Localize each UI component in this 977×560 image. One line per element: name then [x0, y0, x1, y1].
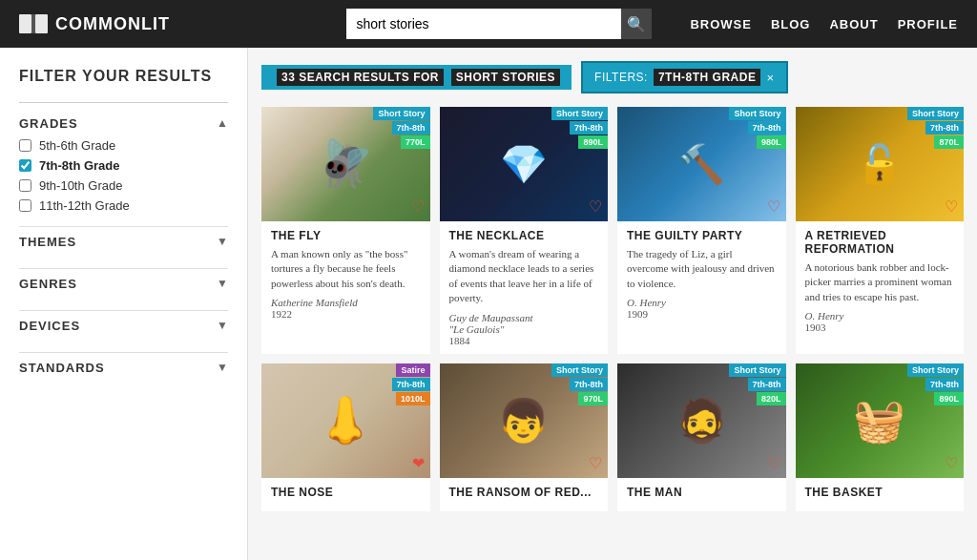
heart-icon[interactable]: ♡	[767, 197, 780, 216]
badge-lexile: 980L	[757, 135, 786, 149]
card-basket-badges: Short Story 7th-8th 890L	[907, 363, 964, 405]
card-retrieved-badges: Short Story 7th-8th 870L	[907, 107, 964, 149]
filter-remove-button[interactable]: ×	[766, 71, 774, 85]
card-retrieved-image: Short Story 7th-8th 870L ♡	[796, 107, 965, 221]
themes-section: THEMES ▼	[19, 226, 228, 257]
heart-icon[interactable]: ♡	[411, 197, 425, 216]
card-ransom-body: THE RANSOM OF RED...	[440, 478, 609, 511]
filter-badge-label: FILTERS:	[594, 71, 648, 84]
card-necklace-title: THE NECKLACE	[449, 229, 599, 242]
grade-11th12th-label[interactable]: 11th-12th Grade	[39, 198, 130, 213]
heart-icon[interactable]: ♡	[945, 454, 958, 472]
badge-type: Short Story	[551, 363, 608, 377]
badge-lexile: 870L	[934, 135, 964, 149]
grade-item-11th12th: 11th-12th Grade	[19, 198, 228, 213]
grade-5th6th-label[interactable]: 5th-6th Grade	[39, 138, 115, 153]
grades-title: GRADES	[19, 116, 78, 131]
card-retrieved-desc: A notorious bank robber and lock-picker …	[805, 260, 955, 304]
card-guilty-desc: The tragedy of Liz, a girl overcome with…	[627, 247, 777, 291]
badge-type: Short Story	[729, 363, 785, 377]
card-man-body: THE MAN	[617, 478, 786, 511]
card-nose-badges: Satire 7th-8th 1010L	[392, 363, 430, 405]
card-necklace-image: Short Story 7th-8th 890L ♡	[440, 107, 609, 221]
grade-9th10th-label[interactable]: 9th-10th Grade	[39, 178, 122, 193]
grade-11th12th-checkbox[interactable]	[19, 199, 31, 212]
card-basket[interactable]: Short Story 7th-8th 890L ♡ THE BASKET	[796, 363, 965, 511]
standards-section-header[interactable]: STANDARDS ▼	[19, 352, 228, 383]
badge-grade: 7th-8th	[925, 121, 964, 135]
heart-icon[interactable]: ♡	[589, 454, 602, 472]
main-layout: FILTER YOUR RESULTS GRADES ▲ 5th-6th Gra…	[0, 48, 977, 560]
card-fly[interactable]: Short Story 7th-8th 770L ♡ THE FLY A man…	[261, 107, 430, 354]
card-nose[interactable]: Satire 7th-8th 1010L ❤ THE NOSE	[261, 363, 430, 511]
badge-grade: 7th-8th	[570, 378, 608, 391]
results-count-badge: 33 SEARCH RESULTS FOR SHORT STORIES	[261, 65, 572, 90]
devices-section: DEVICES ▼	[19, 310, 228, 341]
filter-badge: FILTERS: 7TH-8TH GRADE ×	[581, 61, 787, 93]
genres-section-header[interactable]: GENRES ▼	[19, 268, 228, 299]
card-grid: Short Story 7th-8th 770L ♡ THE FLY A man…	[261, 107, 964, 511]
card-guilty[interactable]: Short Story 7th-8th 980L ♡ THE GUILTY PA…	[617, 107, 786, 354]
search-button[interactable]: 🔍	[621, 9, 652, 39]
grade-5th6th-checkbox[interactable]	[19, 139, 31, 152]
heart-icon[interactable]: ♡	[589, 197, 602, 216]
grade-item-9th10th: 9th-10th Grade	[19, 178, 228, 193]
badge-grade: 7th-8th	[925, 378, 964, 391]
card-fly-body: THE FLY A man known only as "the boss" t…	[261, 221, 430, 327]
card-basket-title: THE BASKET	[805, 486, 955, 499]
grade-item-5th6th: 5th-6th Grade	[19, 138, 228, 153]
card-fly-title: THE FLY	[271, 229, 421, 242]
card-man-badges: Short Story 7th-8th 820L	[729, 363, 785, 405]
card-necklace[interactable]: Short Story 7th-8th 890L ♡ THE NECKLACE …	[440, 107, 609, 354]
themes-title: THEMES	[19, 235, 76, 249]
filter-title: FILTER YOUR RESULTS	[19, 67, 228, 87]
standards-section: STANDARDS ▼	[19, 352, 228, 383]
card-retrieved-body: A RETRIEVED REFORMATION A notorious bank…	[796, 221, 965, 341]
card-necklace-badges: Short Story 7th-8th 890L	[551, 107, 608, 149]
content-area: 33 SEARCH RESULTS FOR SHORT STORIES FILT…	[248, 48, 977, 560]
nav-browse[interactable]: BROWSE	[690, 17, 752, 31]
card-guilty-title: THE GUILTY PARTY	[627, 229, 777, 242]
grade-7th8th-checkbox[interactable]	[19, 159, 31, 172]
heart-icon[interactable]: ♡	[945, 197, 958, 216]
genres-chevron-icon: ▼	[217, 277, 228, 291]
badge-lexile: 970L	[578, 392, 608, 405]
svg-rect-1	[35, 14, 48, 33]
svg-rect-0	[19, 14, 31, 33]
nav-about[interactable]: ABOUT	[829, 17, 878, 31]
heart-icon[interactable]: ❤	[412, 454, 425, 472]
devices-section-header[interactable]: DEVICES ▼	[19, 310, 228, 341]
logo[interactable]: COMMONLIT	[19, 12, 170, 35]
card-ransom-image: Short Story 7th-8th 970L ♡	[440, 363, 609, 478]
card-basket-body: THE BASKET	[796, 478, 965, 511]
card-nose-title: THE NOSE	[271, 486, 421, 499]
grades-chevron-icon: ▲	[217, 116, 228, 131]
heart-icon[interactable]: ♡	[767, 454, 780, 472]
nav-blog[interactable]: BLOG	[771, 17, 811, 31]
card-ransom[interactable]: Short Story 7th-8th 970L ♡ THE RANSOM OF…	[440, 363, 609, 511]
genres-section: GENRES ▼	[19, 268, 228, 299]
themes-section-header[interactable]: THEMES ▼	[19, 226, 228, 257]
badge-lexile: 820L	[757, 392, 786, 405]
badge-type: Short Story	[907, 363, 964, 377]
badge-grade: 7th-8th	[392, 378, 430, 391]
grade-7th8th-label[interactable]: 7th-8th Grade	[39, 158, 120, 173]
card-man[interactable]: Short Story 7th-8th 820L ♡ THE MAN	[617, 363, 786, 511]
badge-type: Short Story	[373, 107, 429, 120]
card-necklace-author: Guy de Maupassant	[449, 312, 599, 323]
grades-section-header[interactable]: GRADES ▲	[19, 116, 228, 131]
badge-type: Short Story	[729, 107, 785, 120]
grade-9th10th-checkbox[interactable]	[19, 179, 31, 192]
card-retrieved[interactable]: Short Story 7th-8th 870L ♡ A RETRIEVED R…	[796, 107, 965, 354]
standards-chevron-icon: ▼	[217, 361, 228, 375]
search-input[interactable]	[346, 9, 621, 39]
grade-item-7th8th: 7th-8th Grade	[19, 158, 228, 173]
card-necklace-body: THE NECKLACE A woman's dream of wearing …	[440, 221, 609, 354]
card-ransom-badges: Short Story 7th-8th 970L	[551, 363, 608, 405]
logo-text: COMMONLIT	[55, 14, 170, 34]
badge-lexile: 1010L	[396, 392, 430, 405]
card-necklace-desc: A woman's dream of wearing a diamond nec…	[449, 247, 599, 306]
nav-profile[interactable]: PROFILE	[898, 17, 958, 31]
badge-grade: 7th-8th	[748, 121, 786, 135]
devices-title: DEVICES	[19, 319, 80, 333]
